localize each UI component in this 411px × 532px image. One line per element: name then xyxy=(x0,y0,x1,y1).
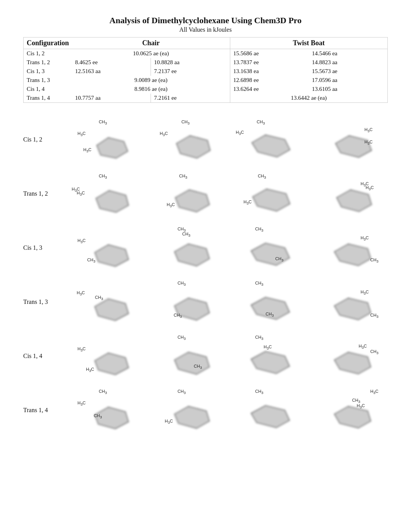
chem-h3c2-t21: H3C xyxy=(77,191,85,196)
table-row: Cis 1, 312.5163 aa7.2137 ee13.1638 ea15.… xyxy=(24,67,388,76)
mol-svg-c141 xyxy=(66,333,143,379)
chem-h3c-c131: H3C xyxy=(77,238,86,244)
mol-svg-c144 xyxy=(310,333,388,379)
mol-diagram-cis13-2: CH3 CH3 xyxy=(147,225,225,271)
chem-ch3-top2: CH3 xyxy=(182,119,190,125)
svg-marker-5 xyxy=(175,190,209,212)
mol-svg-c134 xyxy=(310,225,388,271)
mol-svg-t133 xyxy=(229,279,306,325)
chem-h3c-c134: H3C xyxy=(361,235,369,241)
mol-diagram-trans12-2: CH3 H3C xyxy=(147,171,225,217)
mol-diagram-cis14-4: H3C CH3 xyxy=(310,333,388,379)
chem-ch3-c144b: CH3 xyxy=(370,349,378,355)
svg-marker-11 xyxy=(334,244,371,266)
mol-svg-c143 xyxy=(229,333,306,379)
chem-h3c-t144c: H3C xyxy=(370,389,378,395)
header-chair: Chair xyxy=(72,38,230,49)
mol-diagram-trans14-1: H3C CH3 CH3 xyxy=(66,387,143,433)
mol-diagrams-trans14: H3C CH3 CH3 CH3 H3C CH3 xyxy=(66,387,388,433)
svg-marker-3 xyxy=(336,136,372,157)
mol-diagram-trans13-4: H3C CH3 xyxy=(310,279,388,325)
mol-svg-t23 xyxy=(229,171,306,217)
mol-svg-t132 xyxy=(147,279,225,325)
chem-ch3-c142b: CH3 xyxy=(194,364,202,370)
mol-diagram-cis13-4: H3C CH3 xyxy=(310,225,388,271)
mol-svg-4 xyxy=(310,116,388,163)
svg-marker-0 xyxy=(97,138,128,158)
chem-h3c-c143b: H3C xyxy=(264,344,272,350)
cell-chair2: 7.2137 ee xyxy=(151,67,230,76)
mol-diagrams-cis13: H3C CH3 CH3 CH3 CH3 CH3 xyxy=(66,225,388,271)
mol-diagram-trans14-4: CH3 H3C H3C xyxy=(310,387,388,433)
chem-h3c-c141b: H3C xyxy=(86,367,94,373)
chem-ch3-t141b: CH3 xyxy=(94,413,102,419)
chem-ch3-t132: CH3 xyxy=(178,281,186,286)
chem-h3c-t134: H3C xyxy=(361,290,369,295)
mol-svg-t131 xyxy=(66,279,143,325)
cell-chair2: 7.2161 ee xyxy=(151,94,230,103)
chem-ch3-c133a: CH3 xyxy=(255,227,263,232)
cell-chair: 10.0625 ae (ea) xyxy=(72,49,230,58)
cell-twist1: 13.7837 ee xyxy=(230,58,309,67)
cell-chair2: 10.8828 aa xyxy=(151,58,230,67)
mol-diagrams-trans12: CH3 H3C H3C CH3 H3C CH3 H3C xyxy=(66,171,388,217)
page-subtitle: All Values in kJoules xyxy=(23,26,388,33)
mol-svg-c131 xyxy=(66,225,143,271)
svg-marker-18 xyxy=(251,351,289,373)
mol-row-cis12: Cis 1, 2 CH3 H3C H3C CH3 H3C xyxy=(23,114,388,165)
page-title: Analysis of Dimethylcyclohexane Using Ch… xyxy=(23,15,388,26)
header-configuration: Configuration xyxy=(24,38,72,49)
chem-ch3-t133a: CH3 xyxy=(255,281,263,286)
chem-ch3-c143a: CH3 xyxy=(255,335,263,341)
svg-marker-4 xyxy=(96,191,128,212)
chem-ch3-c131b: CH3 xyxy=(87,257,95,263)
table-row: Trans 1, 39.0089 ae (ea)12.6898 ee17.059… xyxy=(24,76,388,85)
mol-svg-t24 xyxy=(310,171,388,217)
chem-h3c-t144b: H3C xyxy=(357,403,365,409)
mol-label-cis14: Cis 1, 4 xyxy=(23,353,66,360)
chem-ch3-t21: CH3 xyxy=(99,174,107,179)
chem-h3c-left: H3C xyxy=(77,131,86,137)
cell-twist1: 13.6264 ee xyxy=(230,85,309,94)
mol-diagram-cis12-twist2: H3C H3C xyxy=(310,116,388,163)
mol-svg-3 xyxy=(229,116,306,163)
svg-marker-21 xyxy=(175,406,209,428)
chem-h3c-left3: H3C xyxy=(236,130,244,136)
svg-marker-23 xyxy=(334,406,371,428)
mol-svg-t142 xyxy=(147,387,225,433)
svg-marker-19 xyxy=(334,352,371,374)
cell-chair1: 8.4625 ee xyxy=(72,58,151,67)
cell-twist2: 15.5673 ae xyxy=(309,67,388,76)
chem-h3c-bottom: H3C xyxy=(83,147,91,153)
cell-config: Cis 1, 4 xyxy=(24,85,72,94)
chem-ch3-c132b: CH3 xyxy=(182,232,190,237)
chem-h3c-t142: H3C xyxy=(165,419,173,425)
chem-ch3-t134b: CH3 xyxy=(370,313,378,319)
mol-diagram-cis14-2: CH3 CH3 xyxy=(147,333,225,379)
svg-marker-12 xyxy=(95,299,128,321)
chem-ch3-top3: CH3 xyxy=(257,119,265,125)
cell-chair: 8.9816 ae (ea) xyxy=(72,85,230,94)
mol-label-trans12: Trans 1, 2 xyxy=(23,190,66,197)
data-table: Configuration Chair Twist Boat Cis 1, 21… xyxy=(23,37,388,103)
chem-h3c-c141: H3C xyxy=(77,346,86,352)
chem-ch3-t141: CH3 xyxy=(99,389,107,395)
cell-chair: 9.0089 ae (ea) xyxy=(72,76,230,85)
mol-diagram-cis13-1: H3C CH3 xyxy=(66,225,143,271)
mol-diagram-cis14-1: H3C H3C xyxy=(66,333,143,379)
svg-marker-6 xyxy=(253,189,290,211)
table-row: Trans 1, 410.7757 aa7.2161 ee13.6442 ae … xyxy=(24,94,388,103)
chem-h3c-t22: H3C xyxy=(167,202,175,208)
cell-twist1: 15.5686 ae xyxy=(230,49,309,58)
mol-label-cis12: Cis 1, 2 xyxy=(23,136,66,143)
mol-svg-c133 xyxy=(229,225,306,271)
svg-marker-10 xyxy=(251,243,289,265)
header-twist-boat: Twist Boat xyxy=(230,38,387,49)
cell-config: Trans 1, 2 xyxy=(24,58,72,67)
svg-marker-15 xyxy=(334,298,371,320)
mol-diagram-trans13-2: CH3 CH3 xyxy=(147,279,225,325)
mol-diagram-trans12-4: H3C H3C xyxy=(310,171,388,217)
svg-marker-22 xyxy=(251,406,289,428)
cell-twist2: 14.5466 ea xyxy=(309,49,388,58)
svg-marker-16 xyxy=(95,353,128,375)
